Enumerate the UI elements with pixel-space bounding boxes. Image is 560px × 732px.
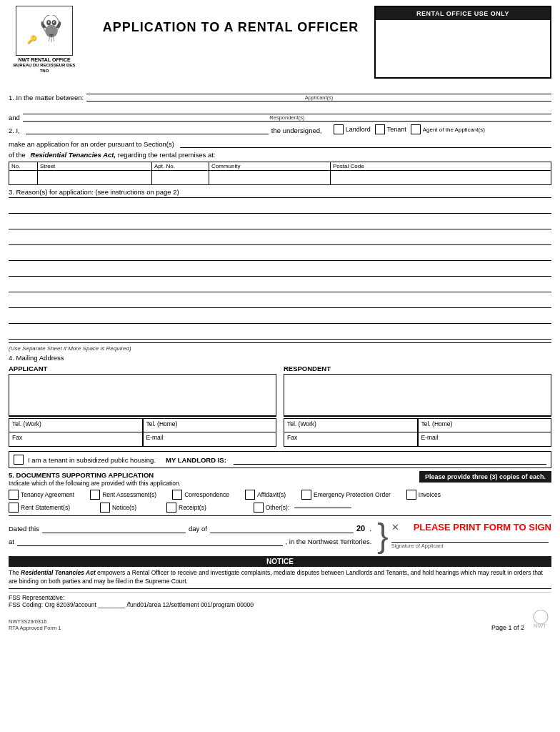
respondent-email: E-mail — [418, 432, 552, 447]
others-field[interactable] — [294, 508, 351, 508]
doc-rent-assessment: Rent Assessment(s) — [90, 490, 156, 500]
premises-apt-cell[interactable] — [152, 171, 209, 185]
subsidized-row: I am a tenant in subsidized public housi… — [9, 451, 551, 468]
doc-invoices: Invoices — [406, 490, 441, 500]
applicant-fax: Fax — [9, 432, 143, 447]
premises-no-cell[interactable] — [9, 171, 38, 185]
dated-day-field[interactable] — [42, 523, 186, 533]
premises-community-header: Community — [209, 162, 331, 171]
footer-logo-icon: NWT — [530, 610, 551, 631]
sign-area: ✕ PLEASE PRINT FORM TO SIGN Signature of… — [391, 522, 551, 549]
section-4: 4. Mailing Address APPLICANT Tel. ( — [9, 354, 551, 447]
doc-rent-assessment-checkbox[interactable] — [90, 490, 100, 500]
agent-checkbox[interactable] — [411, 124, 421, 134]
footer-right: Page 1 of 2 NWT — [491, 610, 551, 631]
rental-office-body — [376, 20, 550, 77]
respondent-field[interactable]: Respondent(s) — [23, 103, 551, 122]
mailing-row: APPLICANT Tel. (Work) Tel. (Home) — [9, 365, 551, 447]
reason-line-3[interactable] — [9, 229, 551, 245]
landlord-label: Landlord — [346, 126, 371, 133]
svg-text:🔑: 🔑 — [27, 34, 38, 44]
applicant-col-label: APPLICANT — [9, 365, 276, 372]
doc-invoices-checkbox[interactable] — [406, 490, 416, 500]
respondent-fax-row: Fax E-mail — [284, 432, 551, 447]
doc-rent-statement-checkbox[interactable] — [9, 503, 19, 513]
premises-no-header: No. — [9, 162, 38, 171]
doc-rent-statement: Rent Statement(s) — [9, 503, 70, 513]
doc-epo-checkbox[interactable] — [301, 490, 311, 500]
doc-others-checkbox[interactable] — [254, 503, 264, 513]
respondents-sublabel: Respondent(s) — [269, 114, 304, 121]
reason-line-6[interactable] — [9, 277, 551, 292]
notice-text: The Residential Tenancies Act empowers a… — [9, 567, 551, 589]
and-label: and — [9, 114, 20, 122]
reason-line-1[interactable] — [9, 198, 551, 214]
respondent-address-top[interactable] — [284, 375, 551, 416]
premises-community-cell[interactable] — [209, 171, 331, 185]
separate-sheet-note: (Use Separate Sheet if More Space is Req… — [9, 345, 551, 352]
premises-street-cell[interactable] — [38, 171, 152, 185]
svg-text:NWT: NWT — [534, 623, 546, 629]
reason-line-2[interactable] — [9, 214, 551, 229]
reasons-area — [9, 197, 551, 340]
notice-bar: NOTICE — [9, 556, 551, 567]
doc-epo: Emergency Protection Order — [301, 490, 391, 500]
landlord-is-label: MY LANDLORD IS: — [166, 456, 226, 464]
respondent-address-box — [284, 374, 551, 417]
respondent-fax: Fax — [284, 432, 418, 447]
section-2: 2. I, the undersigned, Landlord Tenant A… — [9, 124, 551, 134]
footer-area: FSS Representative: FSS Coding: Org 8203… — [9, 592, 551, 631]
divider-1 — [9, 342, 551, 343]
respondent-address-col: RESPONDENT Tel. (Work) Tel. (Home) — [284, 365, 551, 447]
signature-line[interactable] — [391, 533, 549, 543]
at-row: at , in the Northwest Territories. — [9, 536, 371, 546]
applicant-address-top[interactable] — [9, 375, 276, 416]
doc-others: Other(s): — [254, 503, 352, 513]
applicant-address-box — [9, 374, 276, 417]
doc-correspondence-checkbox[interactable] — [172, 490, 182, 500]
doc-tenancy-checkbox[interactable] — [9, 490, 19, 500]
landlord-name-field[interactable] — [234, 455, 546, 465]
sig-sublabel: Signature of Applicant — [391, 543, 551, 549]
subsidized-checkbox[interactable] — [14, 455, 24, 465]
applicant-tel-home: Tel. (Home) — [143, 418, 277, 432]
day-of-label: day of — [189, 525, 207, 533]
application-label: make an application for an order pursuan… — [9, 140, 174, 148]
doc-affidavit-checkbox[interactable] — [245, 490, 255, 500]
brace-area: } ✕ PLEASE PRINT FORM TO SIGN Signature … — [377, 519, 551, 552]
fss-coding-label: FSS Coding: Org 82039/account ________ /… — [9, 601, 551, 608]
doc-correspondence: Correspondence — [172, 490, 229, 500]
section5-header: 5. DOCUMENTS SUPPORTING APPLICATION — [9, 471, 181, 479]
reason-line-4[interactable] — [9, 245, 551, 261]
reason-line-5[interactable] — [9, 261, 551, 277]
doc-notices-checkbox[interactable] — [100, 503, 110, 513]
nwt-label: , in the Northwest Territories. — [286, 538, 372, 545]
reason-line-9[interactable] — [9, 324, 551, 340]
applicant-field[interactable]: Applicant(s) — [86, 83, 551, 102]
sections-field[interactable] — [180, 138, 551, 148]
matter-row-respondent: and Respondent(s) — [9, 103, 551, 122]
at-location-field[interactable] — [17, 536, 283, 546]
notice-text-part1: The — [9, 569, 21, 576]
at-label: at — [9, 538, 14, 545]
tenant-checkbox[interactable] — [375, 124, 385, 134]
undersigned-label: the undersigned, — [271, 127, 322, 134]
brace-symbol: } — [377, 519, 388, 552]
premises-postal-cell[interactable] — [331, 171, 551, 185]
rental-office-box: RENTAL OFFICE USE ONLY — [374, 6, 551, 79]
tenant-label: Tenant — [387, 126, 406, 133]
dated-month-field[interactable] — [210, 523, 354, 533]
undersigned-name-field[interactable] — [26, 124, 269, 134]
doc-receipts-checkbox[interactable] — [166, 503, 176, 513]
divider-2 — [9, 515, 551, 516]
dated-year-label: 20 — [356, 524, 365, 533]
respondent-tel-row: Tel. (Work) Tel. (Home) — [284, 418, 551, 432]
docs-row-2: Rent Statement(s) Notice(s) Receipt(s) O… — [9, 503, 551, 513]
section3-label: 3. Reason(s) for application: (see instr… — [9, 188, 551, 196]
premises-table: No. Street Apt. No. Community Postal Cod… — [9, 162, 551, 185]
respondent-tel-work: Tel. (Work) — [284, 418, 418, 432]
landlord-checkbox[interactable] — [334, 124, 344, 134]
reason-line-7[interactable] — [9, 292, 551, 308]
section-5: 5. DOCUMENTS SUPPORTING APPLICATION Indi… — [9, 471, 551, 513]
reason-line-8[interactable] — [9, 308, 551, 324]
